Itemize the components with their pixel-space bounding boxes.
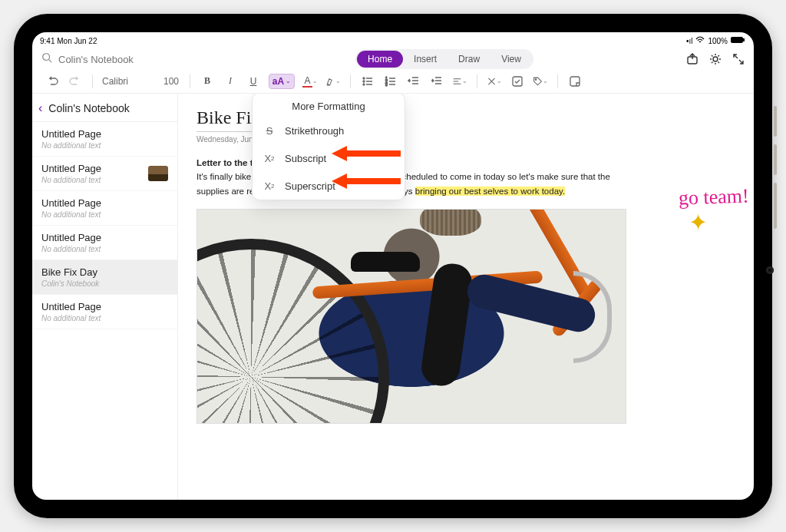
page-sidebar: ‹ Colin's Notebook Untitled Page No addi… [32, 94, 178, 500]
svg-rect-0 [731, 37, 743, 43]
highlight-button[interactable]: ⌄ [325, 74, 341, 89]
sidebar-item[interactable]: Untitled Page No additional text [32, 122, 177, 157]
sidebar-item[interactable]: Untitled Page No additional text [32, 295, 177, 329]
todo-button[interactable] [510, 74, 525, 89]
status-time-date: 9:41 Mon Jun 22 [40, 37, 97, 45]
chevron-down-icon: ⌄ [286, 78, 291, 84]
svg-line-3 [49, 60, 52, 63]
menu-item-label: Strikethrough [285, 125, 344, 137]
wifi-icon [695, 36, 705, 45]
sidebar-item-sub: Colin's Notebook [41, 279, 99, 288]
sidebar-item-title: Untitled Page [41, 301, 101, 312]
sidebar-item-title: Bike Fix Day [41, 266, 99, 278]
svg-text:3: 3 [385, 82, 388, 87]
screen: 9:41 Mon Jun 22 •ıl 100% [32, 32, 754, 500]
superscript-icon: X2 [263, 180, 276, 192]
status-bar: 9:41 Mon Jun 22 •ıl 100% [32, 32, 754, 48]
annotation-arrow-subscript [332, 146, 401, 161]
front-camera [766, 266, 774, 274]
sidebar-item-sub: No additional text [41, 245, 101, 253]
sidebar-item-active[interactable]: Bike Fix Day Colin's Notebook [32, 260, 177, 295]
note-image[interactable] [196, 209, 626, 424]
notebook-title: Colin's Notebook [48, 102, 129, 114]
sidebar-item-sub: No additional text [41, 210, 101, 219]
sidebar-item-title: Untitled Page [41, 163, 101, 174]
svg-rect-14 [570, 77, 580, 86]
side-button [774, 106, 777, 137]
battery-icon [731, 36, 746, 45]
subscript-icon: X2 [263, 152, 276, 164]
search-input[interactable] [58, 54, 189, 65]
search-field[interactable] [41, 52, 203, 66]
ink-annotation-text[interactable]: go team! [679, 184, 750, 210]
search-icon [41, 52, 52, 66]
font-color-button[interactable]: A⌄ [302, 74, 318, 89]
para-highlighted: bringing our best selves to work today. [415, 187, 565, 196]
fullscreen-icon[interactable] [732, 53, 745, 65]
annotation-arrow-superscript [332, 173, 401, 189]
font-size-select[interactable]: 100 [163, 76, 180, 87]
indent-button[interactable] [429, 74, 444, 89]
back-button[interactable]: ‹ [38, 101, 42, 115]
tab-view[interactable]: View [490, 51, 532, 68]
sidebar-item-title: Untitled Page [41, 232, 101, 243]
svg-point-8 [363, 84, 365, 85]
svg-rect-12 [513, 77, 522, 86]
svg-rect-1 [743, 38, 745, 41]
menu-item-label: Superscript [285, 180, 335, 192]
menu-item-label: Subscript [285, 153, 326, 164]
redo-button[interactable] [68, 74, 83, 89]
underline-button[interactable]: U [246, 74, 261, 89]
svg-point-2 [43, 54, 50, 61]
menu-item-strikethrough[interactable]: S Strikethrough [253, 117, 405, 144]
tag-button[interactable]: ⌄ [533, 74, 548, 89]
menu-title: More Formatting [253, 94, 405, 117]
more-formatting-button[interactable]: aA ⌄ [269, 74, 295, 89]
tab-home[interactable]: Home [357, 51, 403, 68]
page-thumbnail [148, 166, 168, 181]
tab-insert[interactable]: Insert [403, 51, 447, 68]
sidebar-item[interactable]: Untitled Page No additional text [32, 157, 177, 191]
app-header: Home Insert Draw View [32, 48, 754, 71]
ipad-frame: 9:41 Mon Jun 22 •ıl 100% [14, 14, 772, 518]
styles-button[interactable]: ⌄ [487, 74, 502, 89]
more-formatting-icon: aA [272, 76, 284, 87]
battery-pct: 100% [708, 37, 728, 45]
sidebar-item[interactable]: Untitled Page No additional text [32, 226, 177, 260]
bold-button[interactable]: B [200, 74, 215, 89]
content-area: ‹ Colin's Notebook Untitled Page No addi… [32, 94, 754, 500]
share-icon[interactable] [686, 53, 698, 65]
sidebar-item[interactable]: Untitled Page No additional text [32, 191, 177, 226]
svg-point-5 [713, 57, 718, 61]
formatting-toolbar: Calibri 100 B I U aA ⌄ A⌄ ⌄ 123 ⌄ ⌄ ⌄ [32, 71, 754, 94]
bullet-list-button[interactable] [360, 74, 375, 89]
note-button[interactable] [567, 74, 583, 89]
svg-point-13 [535, 78, 537, 80]
signal-icon: •ıl [686, 37, 693, 45]
note-canvas[interactable]: Bike Fix Day Wednesday, June Letter to t… [178, 94, 754, 500]
sidebar-item-sub: No additional text [41, 176, 101, 184]
strikethrough-icon: S [263, 124, 276, 137]
ink-annotation-star-icon[interactable]: ✦ [689, 209, 708, 236]
sidebar-item-title: Untitled Page [41, 128, 101, 140]
svg-point-7 [363, 81, 365, 82]
number-list-button[interactable]: 123 [383, 74, 398, 89]
settings-icon[interactable] [709, 53, 722, 65]
font-name-select[interactable]: Calibri [102, 76, 156, 87]
align-button[interactable]: ⌄ [452, 74, 467, 89]
sidebar-item-sub: No additional text [41, 141, 101, 150]
undo-button[interactable] [45, 74, 60, 89]
side-button [774, 144, 777, 175]
ribbon-tabs: Home Insert Draw View [209, 49, 680, 69]
status-indicators: •ıl 100% [686, 36, 746, 45]
italic-button[interactable]: I [223, 74, 238, 89]
svg-point-6 [363, 78, 365, 79]
sidebar-item-sub: No additional text [41, 314, 101, 322]
sidebar-item-title: Untitled Page [41, 197, 101, 209]
tab-draw[interactable]: Draw [447, 51, 490, 68]
side-button [774, 183, 777, 229]
outdent-button[interactable] [406, 74, 421, 89]
sidebar-header: ‹ Colin's Notebook [32, 94, 177, 122]
